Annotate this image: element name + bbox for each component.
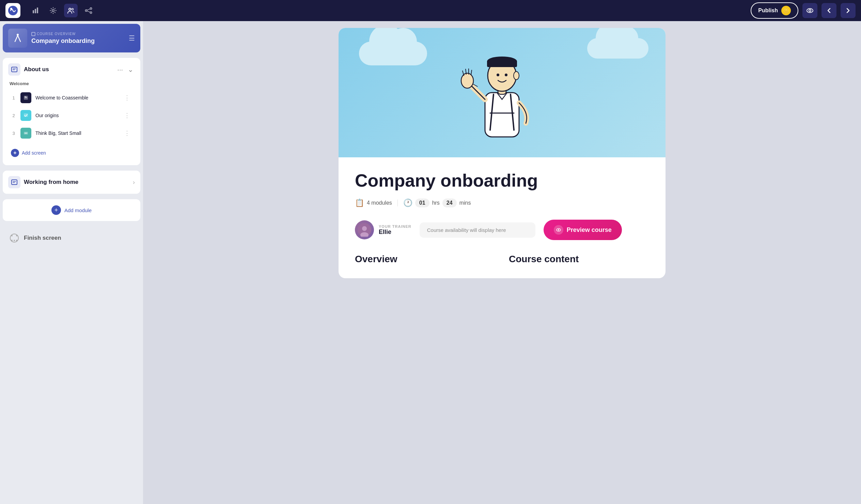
svg-rect-2 — [33, 10, 34, 13]
svg-point-31 — [496, 73, 499, 76]
section-label-welcome: Welcome — [8, 81, 135, 86]
back-button[interactable] — [821, 3, 836, 18]
trainer-info: YOUR TRAINER Ellie — [355, 220, 411, 240]
course-content-section: Course content — [509, 254, 649, 264]
finish-screen-row[interactable]: Finish screen — [3, 227, 140, 250]
module-title-wfh: Working from home — [24, 179, 129, 186]
hrs-label: hrs — [432, 200, 440, 206]
svg-point-21 — [11, 235, 13, 236]
svg-point-11 — [807, 9, 813, 13]
course-overview-label: COURSE OVERVIEW — [31, 32, 125, 36]
screen-num-3: 3 — [11, 131, 16, 136]
svg-point-39 — [558, 229, 559, 231]
svg-point-8 — [90, 8, 92, 10]
svg-point-22 — [16, 235, 17, 236]
users-icon-btn[interactable] — [64, 4, 78, 17]
svg-point-6 — [69, 8, 71, 10]
preview-icon-btn[interactable] — [803, 3, 817, 18]
screen-name-1: Welcome to Coassemble — [36, 95, 118, 100]
screen-icon-3 — [20, 128, 31, 139]
svg-rect-19 — [12, 180, 17, 185]
publish-button[interactable]: Publish 🪙 — [751, 2, 798, 19]
svg-point-36 — [362, 226, 367, 231]
svg-point-32 — [505, 73, 507, 76]
course-meta: 📋 4 modules 🕐 01 hrs 24 mins — [355, 199, 649, 207]
screen-dots-3[interactable]: ⋮ — [122, 129, 132, 138]
svg-rect-30 — [487, 60, 517, 67]
forward-button[interactable] — [840, 3, 856, 18]
chevron-right-icon: › — [133, 179, 135, 186]
course-hero — [339, 28, 666, 157]
meta-divider-1 — [397, 200, 398, 206]
add-module-label: Add module — [64, 207, 92, 213]
svg-point-23 — [14, 240, 15, 241]
hours-badge: 01 — [415, 199, 429, 207]
screen-name-3: Think Big, Start Small — [36, 131, 118, 136]
clock-icon: 🕐 — [403, 199, 412, 207]
module-icon-about-us — [8, 63, 20, 76]
character-illustration — [454, 31, 550, 157]
screen-num-1: 1 — [11, 95, 16, 100]
trainer-label-text: YOUR TRAINER — [379, 224, 411, 229]
svg-point-12 — [809, 10, 811, 12]
course-main-title: Company onboarding — [355, 171, 649, 190]
add-screen-label: Add screen — [22, 150, 46, 155]
cloud-left-decoration — [359, 42, 427, 65]
svg-point-1 — [10, 8, 12, 10]
nav-icon-group — [29, 4, 95, 17]
share-icon-btn[interactable] — [82, 4, 95, 17]
svg-rect-14 — [32, 32, 35, 36]
svg-point-25 — [16, 240, 17, 241]
svg-point-5 — [52, 10, 54, 12]
course-overview-header[interactable]: COURSE OVERVIEW Company onboarding ☰ — [3, 24, 140, 52]
trainer-name: Ellie — [379, 229, 411, 236]
svg-point-24 — [11, 240, 13, 241]
sidebar-menu-button[interactable]: ☰ — [129, 34, 135, 42]
add-screen-circle-icon: + — [11, 149, 19, 157]
screen-item-2[interactable]: 2 Our origins ⋮ — [8, 107, 135, 124]
svg-rect-4 — [37, 8, 38, 13]
course-bottom-section: Overview Course content — [339, 254, 666, 278]
top-navigation: Publish 🪙 — [0, 0, 861, 21]
screen-item-3[interactable]: 3 Think Big, Start Small ⋮ — [8, 124, 135, 142]
section-welcome: Welcome 1 Welcome to Coassemble ⋮ 2 Our … — [8, 81, 135, 142]
mins-badge: 24 — [442, 199, 457, 207]
svg-point-13 — [17, 34, 19, 36]
finish-screen-icon — [8, 232, 20, 244]
add-module-circle-icon: + — [52, 205, 61, 215]
course-card: Company onboarding 📋 4 modules 🕐 01 hrs … — [339, 28, 666, 278]
svg-point-9 — [85, 10, 87, 12]
course-thumbnail — [8, 29, 27, 48]
module-about-us: About us ··· ⌄ Welcome 1 Welcome to Coas… — [3, 58, 140, 165]
preview-course-button[interactable]: Preview course — [544, 220, 622, 240]
add-screen-button[interactable]: + Add screen — [8, 146, 49, 160]
screen-num-2: 2 — [11, 113, 16, 118]
publish-label: Publish — [758, 8, 778, 14]
module-more-button[interactable]: ··· — [116, 64, 124, 75]
sidebar: COURSE OVERVIEW Company onboarding ☰ Abo… — [0, 21, 143, 504]
screen-name-2: Our origins — [36, 113, 118, 118]
trainer-row: YOUR TRAINER Ellie Course availability w… — [355, 220, 649, 240]
finish-screen-title: Finish screen — [24, 235, 61, 242]
add-module-button[interactable]: + Add module — [3, 199, 140, 221]
module-icon-wfh — [8, 176, 20, 188]
screen-dots-1[interactable]: ⋮ — [122, 93, 132, 102]
module-title-about-us: About us — [24, 66, 112, 73]
screen-item-1[interactable]: 1 Welcome to Coassemble ⋮ — [8, 89, 135, 107]
settings-icon-btn[interactable] — [46, 4, 60, 17]
screen-dots-2[interactable]: ⋮ — [122, 111, 132, 120]
analytics-icon-btn[interactable] — [29, 4, 42, 17]
trainer-avatar — [355, 220, 374, 240]
module-collapse-button[interactable]: ⌄ — [126, 64, 135, 75]
overview-section: Overview — [355, 254, 495, 264]
svg-point-33 — [514, 71, 519, 80]
course-info-section: Company onboarding 📋 4 modules 🕐 01 hrs … — [339, 157, 666, 254]
mins-label: mins — [460, 200, 471, 206]
screen-icon-1 — [20, 92, 31, 103]
screen-icon-2 — [20, 110, 31, 121]
module-header-about-us: About us ··· ⌄ — [8, 63, 135, 76]
availability-box: Course availability will display here — [420, 222, 535, 238]
cloud-right-decoration — [587, 38, 648, 58]
module-working-from-home[interactable]: Working from home › — [3, 171, 140, 194]
app-logo[interactable] — [5, 3, 20, 18]
